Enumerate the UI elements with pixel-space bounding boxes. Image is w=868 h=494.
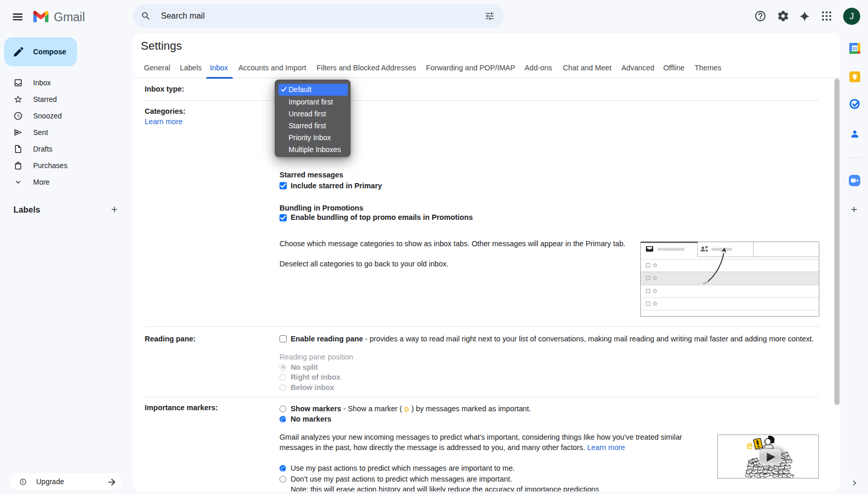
svg-text:31: 31 (852, 46, 858, 51)
